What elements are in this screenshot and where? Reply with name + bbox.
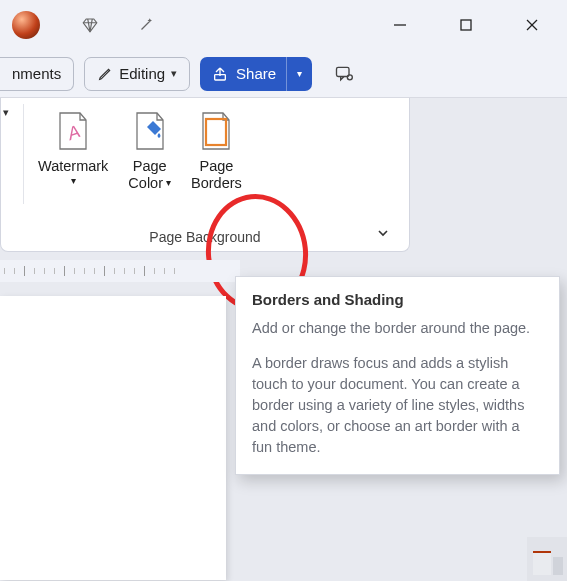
chevron-down-icon: ▾ xyxy=(297,68,302,79)
page-color-button[interactable]: Page Color ▾ xyxy=(118,98,181,191)
maximize-icon xyxy=(459,18,473,32)
share-button[interactable]: Share ▾ xyxy=(200,57,312,91)
pencil-icon xyxy=(97,66,113,82)
comment-person-icon xyxy=(334,64,354,84)
share-dropdown[interactable]: ▾ xyxy=(286,57,312,91)
page-color-label-1: Page xyxy=(133,158,167,175)
share-label: Share xyxy=(236,65,276,82)
watermark-button[interactable]: A Watermark ▾ xyxy=(28,98,118,186)
chevron-down-icon: ▾ xyxy=(3,106,9,119)
editing-mode-button[interactable]: Editing ▾ xyxy=(84,57,190,91)
page-borders-label-2: Borders xyxy=(191,175,242,192)
title-bar xyxy=(0,0,567,50)
minimize-icon xyxy=(393,18,407,32)
chevron-down-icon xyxy=(376,226,390,240)
premium-button[interactable] xyxy=(66,5,114,45)
svg-point-6 xyxy=(347,74,352,79)
window-minimize-button[interactable] xyxy=(371,5,429,45)
background-thumbnail xyxy=(527,537,567,581)
previous-group-chevron[interactable]: ▾ xyxy=(1,98,23,206)
ribbon-actions-row: nments Editing ▾ Share ▾ xyxy=(0,50,567,98)
diamond-icon xyxy=(81,16,99,34)
document-page[interactable] xyxy=(0,296,226,580)
watermark-icon: A xyxy=(56,111,90,151)
collapse-ribbon-button[interactable] xyxy=(369,221,397,245)
page-color-icon xyxy=(133,111,167,151)
chevron-down-icon: ▾ xyxy=(71,175,76,187)
page-background-group: ▾ A Watermark ▾ xyxy=(0,98,410,252)
page-borders-tooltip: Borders and Shading Add or change the bo… xyxy=(235,276,560,475)
editing-label: Editing xyxy=(119,65,165,82)
page-borders-icon xyxy=(199,111,233,151)
ribbon-group-row: ▾ A Watermark ▾ xyxy=(0,98,567,266)
chevron-down-icon: ▾ xyxy=(166,177,171,189)
comments-pane-button[interactable] xyxy=(322,64,366,84)
page-color-label-2: Color xyxy=(128,175,163,192)
window-maximize-button[interactable] xyxy=(437,5,495,45)
comments-button[interactable]: nments xyxy=(0,57,74,91)
tooltip-paragraph-1: Add or change the border around the page… xyxy=(252,318,543,339)
window-close-button[interactable] xyxy=(503,5,561,45)
separator xyxy=(23,104,24,204)
tooltip-title: Borders and Shading xyxy=(252,291,543,308)
watermark-label-1: Watermark xyxy=(38,158,108,175)
app-accent-sphere xyxy=(12,11,40,39)
page-borders-button[interactable]: Page Borders xyxy=(181,98,252,191)
close-icon xyxy=(525,18,539,32)
svg-rect-5 xyxy=(337,67,350,76)
group-label: Page Background xyxy=(1,225,409,251)
tips-button[interactable] xyxy=(122,5,170,45)
horizontal-ruler[interactable] xyxy=(0,260,240,282)
svg-rect-1 xyxy=(461,20,471,30)
magic-wand-icon xyxy=(137,16,155,34)
chevron-down-icon: ▾ xyxy=(171,67,177,80)
page-borders-label-1: Page xyxy=(199,158,233,175)
share-icon xyxy=(212,66,228,82)
tooltip-paragraph-2: A border draws focus and adds a stylish … xyxy=(252,353,543,458)
comments-label: nments xyxy=(12,65,61,82)
